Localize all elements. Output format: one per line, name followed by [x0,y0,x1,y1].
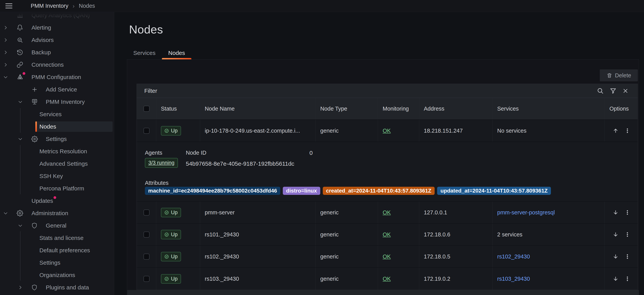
row-checkbox[interactable] [144,254,150,260]
kebab-menu-icon[interactable] [624,210,630,215]
expand-row-arrow-down-icon[interactable] [612,231,619,238]
monitoring-link[interactable]: OK [383,253,391,260]
sidebar-item-administration[interactable]: Administration [0,207,114,219]
tab-nodes[interactable]: Nodes [162,46,192,59]
breadcrumb-pmm-inventory[interactable]: PMM Inventory [31,3,68,9]
row-checkbox[interactable] [144,276,150,282]
filter-bar[interactable]: Filter [136,84,638,98]
sidebar-item-settings-admin[interactable]: Settings [0,256,114,269]
delete-button[interactable]: Delete [600,69,638,81]
service-link[interactable]: rs103_29430 [497,276,530,282]
sidebar-item-pmm-inventory[interactable]: PMM Inventory [0,96,114,108]
kebab-menu-icon[interactable] [624,276,630,282]
column-header-node-name[interactable]: Node Name [200,98,316,119]
monitoring-link[interactable]: OK [383,231,391,238]
sidebar-item-plugins-and-data[interactable]: Plugins and data [0,281,114,294]
status-badge: Up [161,274,181,283]
page-title: Nodes [129,23,163,36]
column-header-node-type[interactable]: Node Type [316,98,378,119]
row-checkbox[interactable] [144,128,150,134]
expand-row-arrow-down-icon[interactable] [612,209,619,215]
chevron-right-icon[interactable] [18,285,23,290]
node-id-label: Node ID [186,150,206,156]
chevron-right-icon[interactable] [3,38,8,43]
sidebar-item-connections[interactable]: Connections [0,59,114,71]
chevron-down-icon[interactable] [18,99,23,104]
attribute-badge-updated-at: updated_at=2024-11-04T10:43:57.809361Z [437,187,551,195]
monitoring-link[interactable]: OK [383,128,391,134]
hamburger-menu-icon[interactable] [6,4,12,9]
kebab-menu-icon[interactable] [624,254,630,259]
node-name: ip-10-178-0-249.us-east-2.compute.i... [205,128,300,134]
history-icon [16,49,23,56]
agents-running-badge[interactable]: 3/3 running [145,158,178,168]
attributes-label: Attributes [145,180,169,186]
sidebar-item-general[interactable]: General [0,219,114,232]
kebab-menu-icon[interactable] [624,232,630,237]
check-circle-icon [164,210,169,215]
notification-dot [22,72,25,75]
sidebar-item-metrics-resolution[interactable]: Metrics Resolution [0,145,114,158]
sidebar-item-percona-platform[interactable]: Percona Platform [0,182,114,195]
kebab-menu-icon[interactable] [624,128,630,134]
row-checkbox[interactable] [144,232,150,238]
sidebar-item-pmm-configuration[interactable]: PMM Configuration [0,71,114,83]
row-checkbox[interactable] [144,210,150,215]
monitoring-link[interactable]: OK [383,276,391,282]
top-bar: PMM Inventory › Nodes [0,0,644,12]
sidebar-item-services[interactable]: Services [0,108,114,120]
sidebar-item-add-service[interactable]: Add Service [0,83,114,96]
expand-row-arrow-down-icon[interactable] [612,253,619,260]
check-circle-icon [164,254,169,259]
chevron-right-icon[interactable] [3,50,8,55]
breadcrumb-nodes: Nodes [79,3,95,9]
sidebar-item-alerting[interactable]: Alerting [0,22,114,34]
close-icon[interactable] [622,88,629,94]
sidebar-item-settings[interactable]: Settings [0,133,114,145]
sidebar-item-organizations[interactable]: Organizations [0,269,114,281]
column-header-address[interactable]: Address [419,98,492,119]
sidebar-item-backup[interactable]: Backup [0,46,114,59]
sidebar-item-stats-and-license[interactable]: Stats and license [0,232,114,244]
chevron-right-icon[interactable] [3,25,8,30]
service-link[interactable]: pmm-server-postgresql [497,209,555,216]
service-link[interactable]: rs102_29430 [497,253,530,260]
shield-icon [31,284,38,290]
gear-icon [31,136,38,142]
table-footer-bar [127,290,639,295]
table-row: Up ip-10-178-0-249.us-east-2.compute.i..… [137,120,638,142]
tab-services[interactable]: Services [127,46,162,59]
sidebar-item-advisors[interactable]: Advisors [0,34,114,46]
column-header-services[interactable]: Services [492,98,605,119]
table-row: Up rs103._29430 generic OK 172.19.0.2 rs… [137,268,638,290]
chevron-right-icon[interactable] [3,62,8,67]
select-all-checkbox[interactable] [144,106,150,112]
collapse-row-arrow-up-icon[interactable] [612,128,619,134]
breadcrumb: PMM Inventory › Nodes [31,3,95,9]
monitoring-link[interactable]: OK [383,209,391,216]
column-header-status[interactable]: Status [156,98,200,119]
sidebar-item-nodes[interactable]: Nodes [0,120,114,133]
sidebar-item-advanced-settings[interactable]: Advanced Settings [0,158,114,170]
nodes-table: Status Node Name Node Type Monitoring Ad… [136,98,638,290]
chevron-down-icon[interactable] [3,75,8,80]
node-name: pmm-server [205,209,235,216]
search-icon[interactable] [597,87,604,95]
chevron-down-icon[interactable] [18,136,23,142]
column-header-options: Options [605,98,637,119]
column-header-monitoring[interactable]: Monitoring [378,98,419,119]
chevron-down-icon[interactable] [18,223,23,228]
bar-chart-icon [16,12,23,19]
sidebar-item-default-preferences[interactable]: Default preferences [0,244,114,256]
chevron-down-icon[interactable] [3,211,8,216]
sidebar-item-updates[interactable]: Updates [0,195,114,207]
filter-funnel-icon[interactable] [610,87,617,95]
expand-row-arrow-down-icon[interactable] [612,276,619,282]
check-circle-icon [164,232,169,237]
tab-bar: Services Nodes [127,46,192,59]
status-badge: Up [161,252,181,261]
table-row: Up pmm-server generic OK 127.0.0.1 pmm-s… [137,202,638,224]
attribute-badge-machine-id: machine_id=ec2498494ee28b79c58002c0453df… [145,187,280,195]
plus-icon [31,86,38,93]
sidebar-item-ssh-key[interactable]: SSH Key [0,170,114,182]
